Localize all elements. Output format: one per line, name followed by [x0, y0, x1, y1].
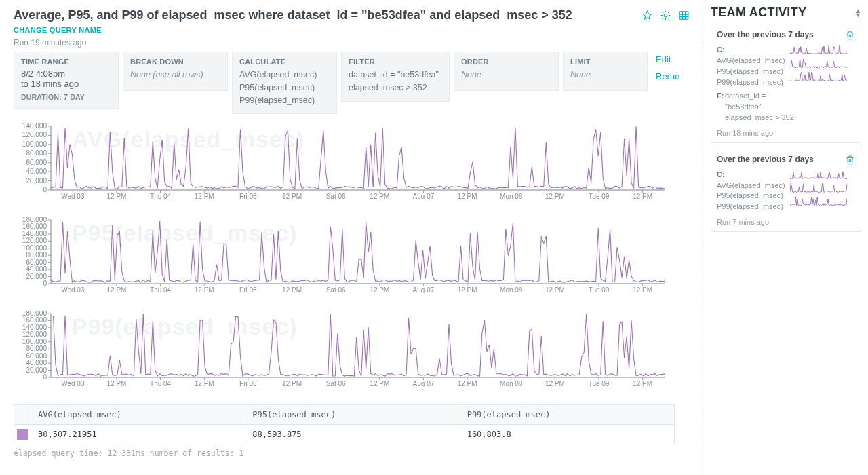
svg-text:Thu 04: Thu 04 [150, 193, 172, 200]
svg-text:Mon 08: Mon 08 [500, 193, 523, 200]
results-table: AVG(elapsed_msec) P95(elapsed_msec) P99(… [14, 404, 675, 444]
svg-text:140,000: 140,000 [22, 324, 47, 331]
activity-card[interactable]: Over the previous 7 days C:AVG(elapsed_m… [711, 24, 861, 143]
svg-text:140,000: 140,000 [22, 230, 47, 238]
col-avg[interactable]: AVG(elapsed_msec) [31, 405, 245, 425]
sparkline [790, 58, 847, 69]
svg-text:12 PM: 12 PM [107, 193, 127, 200]
svg-text:Tue 09: Tue 09 [589, 193, 610, 200]
svg-text:20,000: 20,000 [26, 366, 47, 374]
svg-text:12 PM: 12 PM [633, 380, 652, 387]
svg-text:Aug 07: Aug 07 [413, 286, 435, 293]
col-p99[interactable]: P99(elapsed_msec) [460, 405, 674, 425]
svg-point-0 [664, 14, 667, 17]
gear-icon[interactable] [658, 8, 673, 24]
svg-text:100,000: 100,000 [22, 338, 47, 345]
card-calculate[interactable]: CALCULATE AVG(elapsed_msec) P95(elapsed_… [232, 52, 337, 114]
activity-list: Over the previous 7 days C:AVG(elapsed_m… [711, 24, 861, 232]
svg-text:12 PM: 12 PM [282, 380, 302, 387]
svg-text:Fri 05: Fri 05 [239, 380, 257, 387]
svg-text:12 PM: 12 PM [195, 193, 214, 200]
svg-text:Mon 08: Mon 08 [500, 380, 523, 387]
cell-avg: 30,507.21951 [31, 425, 245, 444]
svg-text:12 PM: 12 PM [282, 286, 302, 293]
svg-text:80,000: 80,000 [26, 150, 47, 157]
sparkline [790, 170, 847, 180]
charts-container: AVG(elapsed_msec) 140,000120,000100,0008… [14, 124, 691, 398]
svg-text:12 PM: 12 PM [633, 286, 652, 293]
svg-rect-1 [679, 12, 688, 19]
sort-toggle-icon[interactable]: ▲▼ [855, 9, 861, 17]
trash-icon[interactable] [845, 155, 855, 167]
svg-text:12 PM: 12 PM [370, 380, 389, 387]
svg-text:100,000: 100,000 [22, 244, 47, 252]
card-order[interactable]: ORDER None [454, 52, 559, 91]
svg-text:Tue 09: Tue 09 [589, 380, 610, 387]
svg-text:80,000: 80,000 [26, 251, 47, 259]
svg-text:12 PM: 12 PM [458, 380, 477, 387]
svg-text:12 PM: 12 PM [458, 286, 477, 293]
svg-text:Fri 05: Fri 05 [239, 286, 257, 293]
activity-title: Over the previous 7 days [717, 155, 814, 164]
main-panel: Average, P95, and P99 of elapsed_msec wh… [0, 0, 701, 475]
svg-text:12 PM: 12 PM [370, 193, 389, 200]
svg-text:Wed 03: Wed 03 [61, 193, 85, 200]
trash-icon[interactable] [845, 30, 855, 42]
chart-svg[interactable]: 180,000160,000140,000120,000100,00080,00… [14, 311, 668, 387]
row-swatch [14, 425, 31, 444]
card-limit[interactable]: LIMIT None [563, 52, 648, 91]
cell-p95: 88,593.875 [245, 425, 460, 444]
svg-text:40,000: 40,000 [26, 265, 47, 273]
svg-text:100,000: 100,000 [22, 140, 47, 148]
card-filter[interactable]: FILTER dataset_id = "be53dfea" elapsed_m… [341, 52, 450, 102]
chart-1: AVG(elapsed_msec) 140,000120,000100,0008… [14, 124, 691, 210]
activity-card[interactable]: Over the previous 7 days C:AVG(elapsed_m… [711, 149, 861, 233]
svg-text:Sat 06: Sat 06 [326, 286, 346, 293]
svg-text:120,000: 120,000 [22, 238, 47, 245]
swatch-header [14, 405, 31, 425]
col-p95[interactable]: P95(elapsed_msec) [245, 405, 460, 425]
svg-text:Aug 07: Aug 07 [413, 380, 435, 387]
query-stats: elapsed query time: 12.331ms number of r… [14, 449, 691, 458]
svg-text:120,000: 120,000 [22, 331, 47, 339]
svg-text:Fri 05: Fri 05 [239, 193, 257, 200]
edit-link[interactable]: Edit [656, 54, 679, 64]
chart-3: P99(elapsed_msec) 180,000160,000140,0001… [14, 311, 691, 398]
svg-text:0: 0 [43, 280, 47, 287]
svg-text:Tue 09: Tue 09 [589, 286, 610, 293]
svg-text:20,000: 20,000 [26, 273, 47, 280]
svg-text:0: 0 [43, 373, 47, 381]
svg-text:140,000: 140,000 [22, 124, 47, 130]
star-icon[interactable] [640, 8, 654, 24]
card-time-range[interactable]: TIME RANGE 8/2 4:08pm to 18 mins ago DUR… [14, 52, 119, 109]
svg-text:12 PM: 12 PM [545, 380, 565, 387]
chart-svg[interactable]: 180,000160,000140,000120,000100,00080,00… [14, 217, 668, 293]
table-row: 30,507.21951 88,593.875 160,803.8 [14, 425, 675, 444]
svg-text:12 PM: 12 PM [282, 193, 302, 200]
svg-text:160,000: 160,000 [22, 317, 47, 324]
activity-run-time: Run 7 mins ago [717, 218, 855, 226]
builder-actions: Edit Rerun [652, 52, 682, 81]
svg-text:40,000: 40,000 [26, 168, 47, 175]
query-builder: TIME RANGE 8/2 4:08pm to 18 mins ago DUR… [14, 52, 691, 114]
card-break-down[interactable]: BREAK DOWN None (use all rows) [123, 52, 228, 91]
svg-text:12 PM: 12 PM [195, 286, 214, 293]
change-query-name-link[interactable]: CHANGE QUERY NAME [14, 26, 102, 34]
svg-text:Sat 06: Sat 06 [326, 380, 346, 387]
chart-svg[interactable]: 140,000120,000100,00080,00060,00040,0002… [14, 124, 668, 200]
title-action-icons [640, 7, 691, 24]
rerun-link[interactable]: Rerun [656, 71, 679, 81]
page-title: Average, P95, and P99 of elapsed_msec wh… [14, 8, 640, 22]
svg-text:120,000: 120,000 [22, 132, 47, 139]
svg-text:60,000: 60,000 [26, 352, 47, 360]
grid-icon[interactable] [677, 8, 691, 24]
svg-text:Wed 03: Wed 03 [61, 380, 85, 387]
svg-text:80,000: 80,000 [26, 345, 47, 352]
team-activity-panel: TEAM ACTIVITY ▲▼ Over the previous 7 day… [701, 0, 868, 475]
svg-text:12 PM: 12 PM [195, 380, 214, 387]
activity-run-time: Run 18 mins ago [717, 129, 855, 137]
sparkline [790, 72, 847, 82]
svg-text:0: 0 [43, 186, 47, 193]
svg-text:Thu 04: Thu 04 [150, 286, 172, 293]
active-indicator-dot [701, 177, 701, 183]
